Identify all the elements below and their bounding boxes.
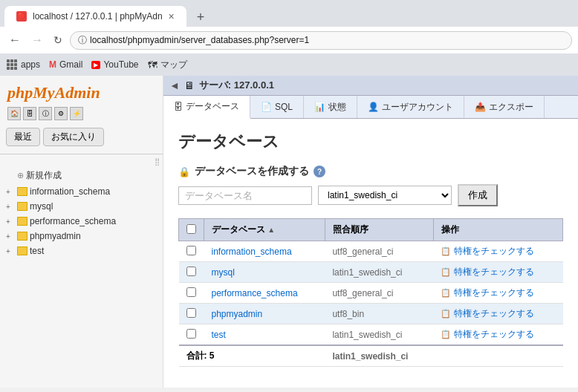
panel-header: ◄ 🖥 サーバ: 127.0.0.1 [163, 76, 578, 96]
panel-back-button[interactable]: ◄ [169, 79, 180, 91]
database-icon[interactable]: 🗄 [23, 107, 36, 120]
server-icon: 🖥 [184, 79, 195, 91]
row-checkbox[interactable] [186, 308, 196, 318]
active-tab[interactable]: 🔴 localhost / 127.0.0.1 | phpMyAdn × [4, 6, 186, 27]
sidebar-nav-buttons: 最近 お気に入り [0, 125, 163, 152]
youtube-icon: ▶ [91, 61, 100, 69]
privilege-link[interactable]: 特権をチェックする [454, 246, 534, 256]
pma-icons-row: 🏠 🗄 ⓘ ⚙ ⚡ [0, 105, 163, 125]
table-row: information_schema utf8_general_ci 📋 特権を… [179, 241, 563, 262]
favorites-button[interactable]: お気に入り [43, 128, 104, 146]
row-checkbox[interactable] [186, 287, 196, 297]
select-all-checkbox[interactable] [186, 224, 196, 234]
privilege-link[interactable]: 特権をチェックする [454, 308, 534, 318]
db-name-input[interactable] [178, 186, 312, 205]
toggle-icon: + [6, 247, 15, 255]
main-content: phpMyAdmin 🏠 🗄 ⓘ ⚙ ⚡ 最近 お気に入り ⣿ ⊕ 新規作成 +… [0, 76, 578, 388]
action-icon[interactable]: 📋 [441, 330, 451, 339]
row-checkbox[interactable] [186, 329, 196, 339]
tab-status[interactable]: 📊 状態 [304, 96, 357, 118]
db-name-link[interactable]: information_schema [212, 246, 292, 257]
pma-logo-text: phpMyAdmin [7, 83, 155, 102]
new-db-label: 新規作成 [26, 169, 62, 182]
action-icon[interactable]: 📋 [441, 309, 451, 318]
create-db-button[interactable]: 作成 [458, 184, 498, 206]
bookmarks-bar: apps M Gmail ▶ YouTube 🗺 マップ [0, 53, 578, 76]
db-name-link[interactable]: performance_schema [212, 288, 298, 298]
new-database-item[interactable]: ⊕ 新規作成 [0, 167, 163, 184]
action-column-header: 操作 [433, 219, 562, 241]
tab-sql[interactable]: 📄 SQL [250, 96, 304, 118]
power-icon[interactable]: ⚡ [70, 107, 83, 120]
help-icon[interactable]: ? [314, 166, 325, 177]
reload-button[interactable]: ↻ [51, 33, 65, 48]
pma-logo: phpMyAdmin [0, 76, 163, 105]
forward-button[interactable]: → [28, 32, 46, 48]
tab-favicon: 🔴 [16, 11, 27, 22]
row-checkbox-cell [179, 324, 204, 346]
action-cell: 📋 特権をチェックする [433, 241, 562, 262]
privilege-link[interactable]: 特権をチェックする [454, 329, 534, 339]
total-label: 合計: 5 [179, 345, 325, 367]
db-name-cell: information_schema [204, 241, 325, 262]
home-icon[interactable]: 🏠 [7, 107, 21, 120]
table-row: mysql latin1_swedish_ci 📋 特権をチェックする [179, 262, 563, 283]
bookmark-gmail[interactable]: M Gmail [49, 59, 82, 70]
secure-icon: ⓘ [78, 34, 87, 47]
settings-icon[interactable]: ⚙ [54, 107, 68, 120]
databases-table: データベース ▲ 照合順序 操作 information_schema utf8… [178, 218, 563, 367]
row-checkbox[interactable] [186, 267, 196, 276]
apps-icon [6, 59, 18, 71]
tab-bar: 🔴 localhost / 127.0.0.1 | phpMyAdn × + [0, 0, 578, 27]
browser-window: 🔴 localhost / 127.0.0.1 | phpMyAdn × + ←… [0, 0, 578, 76]
tab-sql-label: SQL [275, 102, 293, 112]
privilege-link[interactable]: 特権をチェックする [454, 287, 534, 298]
content-panel: ◄ 🖥 サーバ: 127.0.0.1 🗄 データベース 📄 SQL 📊 状態 👤… [163, 76, 578, 388]
panel-tabs: 🗄 データベース 📄 SQL 📊 状態 👤 ユーザアカウント 📤 エクスポー [163, 96, 578, 119]
new-tab-button[interactable]: + [192, 8, 210, 27]
sidebar-item-performance-schema[interactable]: + performance_schema [0, 214, 163, 229]
total-action [433, 345, 562, 367]
tab-close-button[interactable]: × [169, 10, 175, 22]
sidebar-item-mysql[interactable]: + mysql [0, 199, 163, 214]
action-cell: 📋 特権をチェックする [433, 304, 562, 324]
bookmark-youtube[interactable]: ▶ YouTube [91, 59, 138, 70]
action-icon[interactable]: 📋 [441, 267, 451, 276]
apps-label: apps [21, 59, 40, 70]
tab-export-label: エクスポー [489, 101, 533, 114]
tab-export[interactable]: 📤 エクスポー [464, 96, 545, 118]
db-name-link[interactable]: phpmyadmin [212, 309, 263, 319]
gmail-label: Gmail [59, 59, 82, 70]
recent-button[interactable]: 最近 [6, 128, 40, 146]
db-icon [17, 187, 27, 196]
content-body: データベース 🔒 データベースを作成する ? latin1_swedish_ci… [163, 119, 578, 379]
sidebar-item-test[interactable]: + test [0, 244, 163, 258]
bookmark-maps[interactable]: 🗺 マップ [148, 59, 187, 71]
sort-icon[interactable]: ▲ [267, 226, 275, 234]
page-title: データベース [178, 131, 563, 153]
url-bar[interactable]: ⓘ localhost/phpmyadmin/server_databases.… [70, 31, 572, 50]
collation-select[interactable]: latin1_swedish_ci [318, 186, 452, 205]
db-icon [17, 202, 27, 211]
sidebar: phpMyAdmin 🏠 🗄 ⓘ ⚙ ⚡ 最近 お気に入り ⣿ ⊕ 新規作成 +… [0, 76, 163, 388]
address-bar: ← → ↻ ⓘ localhost/phpmyadmin/server_data… [0, 27, 578, 53]
privilege-link[interactable]: 特権をチェックする [454, 267, 534, 277]
sidebar-item-information-schema[interactable]: + information_schema [0, 184, 163, 199]
db-name-link[interactable]: mysql [212, 267, 235, 278]
db-name-cell: test [204, 324, 325, 346]
select-all-header [179, 219, 204, 241]
back-button[interactable]: ← [6, 32, 24, 48]
tab-user-accounts[interactable]: 👤 ユーザアカウント [357, 96, 464, 118]
action-icon[interactable]: 📋 [441, 288, 451, 297]
table-row: performance_schema utf8_general_ci 📋 特権を… [179, 283, 563, 304]
table-row: test latin1_swedish_ci 📋 特権をチェックする [179, 324, 563, 346]
tab-sql-icon: 📄 [261, 102, 272, 112]
info-icon[interactable]: ⓘ [39, 107, 52, 120]
bookmark-apps[interactable]: apps [6, 59, 40, 71]
db-name-link[interactable]: test [212, 330, 226, 340]
row-checkbox[interactable] [186, 246, 196, 255]
tab-databases[interactable]: 🗄 データベース [163, 96, 250, 119]
toggle-icon: + [6, 203, 15, 211]
sidebar-item-phpmyadmin[interactable]: + phpmyadmin [0, 229, 163, 244]
action-icon[interactable]: 📋 [441, 246, 451, 255]
